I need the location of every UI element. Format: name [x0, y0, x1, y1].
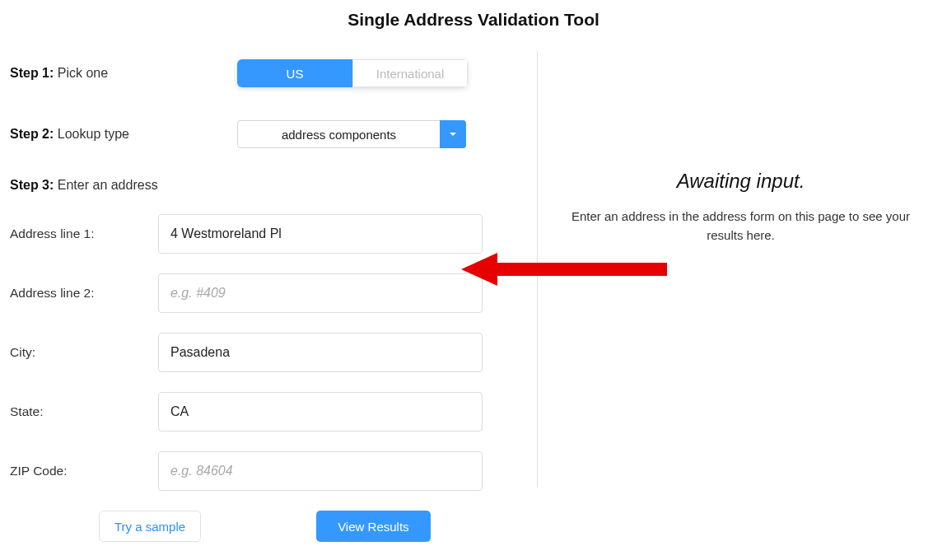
toggle-international-button[interactable]: International — [352, 59, 468, 87]
right-column: Awaiting input. Enter an address in the … — [538, 59, 944, 542]
step1-bold: Step 1: — [10, 66, 54, 80]
label-address1: Address line 1: — [10, 226, 158, 241]
try-sample-button[interactable]: Try a sample — [99, 511, 201, 542]
row-address2: Address line 2: — [10, 273, 512, 313]
step3-text: Enter an address — [54, 178, 157, 192]
lookup-type-value[interactable]: address components — [237, 120, 440, 148]
step1-text: Pick one — [54, 66, 108, 80]
address-line2-input[interactable] — [158, 273, 483, 313]
row-address1: Address line 1: — [10, 214, 512, 254]
main-columns: Step 1: Pick one US International Step 2… — [0, 59, 947, 542]
step3-bold: Step 3: — [10, 178, 54, 192]
city-input[interactable] — [158, 333, 483, 372]
row-city: City: — [10, 333, 512, 372]
step3-label: Step 3: Enter an address — [10, 178, 512, 193]
step1-label: Step 1: Pick one — [10, 66, 237, 81]
row-zip: ZIP Code: — [10, 451, 512, 491]
label-state: State: — [10, 404, 158, 419]
step2-bold: Step 2: — [10, 127, 54, 141]
address-line1-input[interactable] — [158, 214, 483, 254]
lookup-type-select[interactable]: address components — [237, 120, 466, 148]
step2-row: Step 2: Lookup type address components — [10, 120, 512, 148]
label-zip: ZIP Code: — [10, 464, 158, 478]
left-column: Step 1: Pick one US International Step 2… — [10, 59, 537, 542]
state-input[interactable] — [158, 392, 483, 432]
step2-text: Lookup type — [54, 127, 129, 141]
country-toggle: US International — [237, 59, 468, 87]
step2-label: Step 2: Lookup type — [10, 127, 237, 142]
view-results-button[interactable]: View Results — [316, 511, 430, 542]
toggle-us-button[interactable]: US — [237, 59, 352, 87]
step1-row: Step 1: Pick one US International — [10, 59, 512, 87]
zip-input[interactable] — [158, 451, 483, 491]
actions-row: Try a sample View Results — [10, 511, 512, 542]
page-title: Single Address Validation Tool — [0, 10, 947, 30]
awaiting-title: Awaiting input. — [554, 170, 927, 193]
awaiting-subtitle: Enter an address in the address form on … — [568, 208, 914, 245]
label-city: City: — [10, 345, 158, 360]
chevron-down-icon[interactable] — [440, 120, 466, 148]
row-state: State: — [10, 392, 512, 432]
label-address2: Address line 2: — [10, 286, 158, 301]
